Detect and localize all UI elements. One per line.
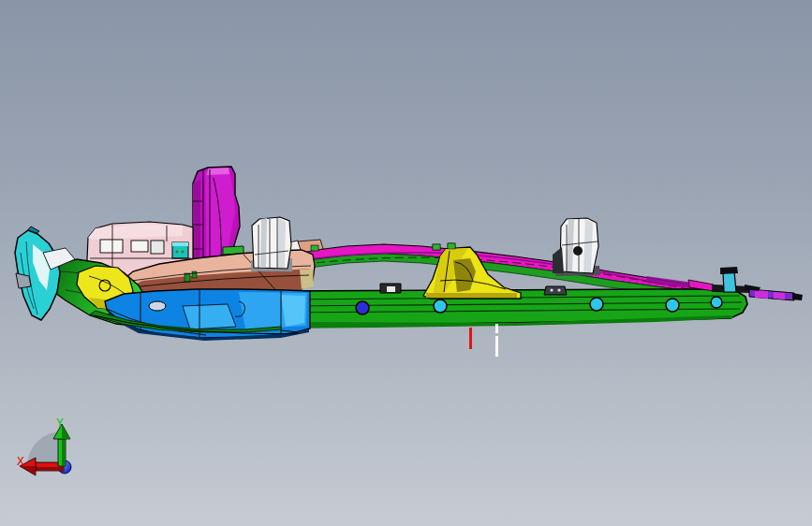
floor-mid-patch (183, 304, 236, 329)
model-canvas[interactable]: X Y (0, 0, 812, 526)
axis-triad[interactable]: X Y (17, 416, 71, 475)
bracket-shade (260, 218, 267, 268)
cad-viewport[interactable]: X Y (0, 0, 812, 526)
front-white-panel (131, 241, 148, 252)
cowl-khaki-edge (300, 269, 314, 289)
tower-top-highlight (207, 168, 229, 175)
rocker-hole-blue[interactable] (356, 301, 369, 314)
bracket-dot (557, 288, 560, 291)
x-axis-label: X (17, 454, 24, 468)
floor-grommet (149, 301, 166, 311)
rear-post-cap (720, 267, 738, 274)
cowl-green-clip (185, 273, 190, 282)
bracket-foot (553, 247, 564, 273)
part-seat-bracket-rear[interactable] (553, 218, 600, 276)
white-centerline-upper (495, 324, 498, 333)
tow-bar-bright (774, 292, 785, 300)
rocker-hole-cyan[interactable] (434, 300, 447, 313)
pillar-green-tab (448, 243, 455, 249)
pillar-green-tab (433, 244, 440, 250)
y-arrow-shaft-shade (62, 439, 66, 466)
part-floor-panel[interactable] (105, 289, 310, 341)
x-arrow-shaft-shade (36, 467, 64, 471)
rocker-top-clip-face (387, 286, 395, 292)
tow-bar-bright (755, 290, 768, 299)
rear-cyan-post[interactable] (723, 271, 736, 292)
part-seat-bracket-front[interactable] (251, 217, 292, 271)
rocker-hole-cyan[interactable] (711, 297, 722, 308)
rocker-hole-cyan[interactable] (666, 299, 679, 312)
red-tick-marker (469, 328, 472, 349)
teal-module-top (172, 242, 188, 246)
bracket-shade (277, 218, 286, 268)
white-centerline-lower (495, 336, 498, 357)
bracket-dot (550, 288, 553, 291)
rail-green-tab (311, 245, 318, 251)
module-dot (181, 250, 184, 253)
y-axis-label: Y (56, 416, 64, 430)
tow-bar-tip (792, 293, 803, 300)
rocker-top-bracket (544, 286, 567, 295)
front-white-panel (151, 241, 164, 254)
module-dot (175, 250, 178, 253)
bracket-hole (573, 246, 583, 256)
rocker-hole-cyan[interactable] (590, 298, 603, 311)
cowl-green-clip (192, 271, 197, 278)
front-white-panel (100, 240, 123, 253)
pillar-bottom-strip (426, 293, 517, 298)
section-markers (469, 324, 498, 357)
